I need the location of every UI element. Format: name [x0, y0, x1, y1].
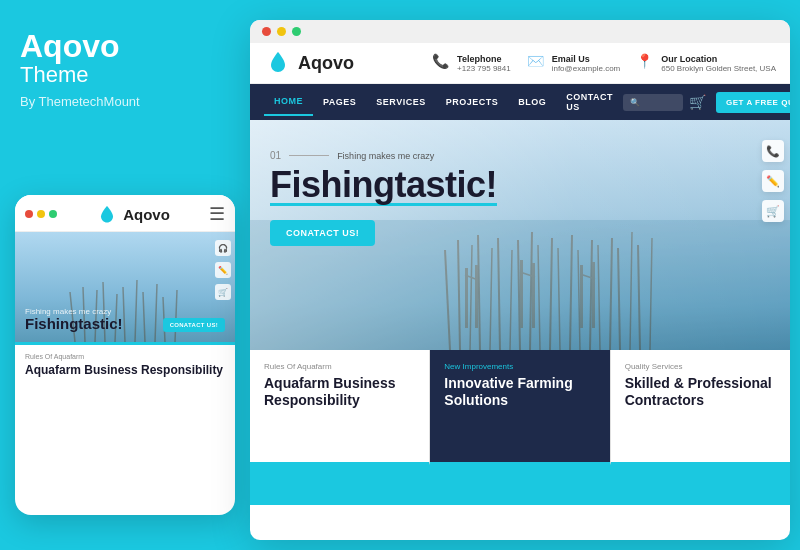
svg-line-7 [143, 292, 145, 342]
desktop-hero: 01 Fishing makes me crazy Fishingtastic!… [250, 120, 790, 350]
desktop-logo-icon [264, 49, 292, 77]
nav-cart-icon[interactable]: 🛒 [689, 94, 706, 110]
desktop-nav: HOME PAGES SERVICES PROJECTS BLOG CONTAC… [250, 84, 790, 120]
telephone-label: Telephone [457, 54, 511, 64]
hero-line-number: 01 [270, 150, 281, 161]
mobile-hero-cta[interactable]: CONATACT US! [163, 318, 225, 332]
mobile-hamburger-icon[interactable]: ☰ [209, 203, 225, 225]
mobile-hero-subtitle: Fishing makes me crazy [25, 307, 123, 316]
contact-email: ✉️ Email Us info@example.com [527, 53, 621, 73]
hero-content: 01 Fishing makes me crazy Fishingtastic!… [270, 150, 497, 246]
nav-cta-button[interactable]: GET A FREE QUOTES! [716, 92, 790, 113]
mobile-hero-text: Fishing makes me crazy Fishingtastic! [25, 307, 123, 333]
desktop-mockup: Aqovo 📞 Telephone +123 795 9841 ✉️ Email… [250, 20, 790, 540]
location-label: Our Location [661, 54, 776, 64]
brand-by: By ThemetechMount [20, 94, 225, 109]
card-1-title: Innovative Farming Solutions [444, 375, 595, 409]
mobile-card: Rules Of Aquafarm Aquafarm Business Resp… [15, 342, 235, 385]
desktop-dot-green [292, 27, 301, 36]
hero-title: Fishingtastic! [270, 167, 497, 206]
desktop-titlebar [250, 20, 790, 43]
hero-line-rule [289, 155, 329, 156]
svg-rect-34 [475, 265, 478, 328]
svg-line-6 [135, 280, 137, 342]
mobile-window-dots [25, 210, 57, 218]
mobile-hero: Fishing makes me crazy Fishingtastic! CO… [15, 232, 235, 342]
svg-rect-36 [520, 260, 523, 328]
email-icon: ✉️ [527, 53, 547, 73]
hero-title-text: Fishingtastic! [270, 167, 497, 206]
left-panel: Aqovo Theme By ThemetechMount Aqovo ☰ [0, 0, 245, 550]
nav-home[interactable]: HOME [264, 88, 313, 116]
mobile-edit-icon[interactable]: ✏️ [215, 262, 231, 278]
card-innovative: New Improvements Innovative Farming Solu… [430, 350, 610, 465]
email-label: Email Us [552, 54, 621, 64]
bottom-block [264, 465, 384, 505]
mobile-hero-title: Fishingtastic! [25, 316, 123, 333]
card-1-label: New Improvements [444, 362, 595, 371]
dot-red [25, 210, 33, 218]
mobile-logo-icon [96, 203, 118, 225]
hero-line: 01 Fishing makes me crazy [270, 150, 497, 161]
desktop-logo: Aqovo [264, 49, 354, 77]
mobile-topbar: Aqovo ☰ [15, 195, 235, 232]
mobile-card-label: Rules Of Aquafarm [25, 353, 225, 360]
card-0-label: Rules Of Aquafarm [264, 362, 415, 371]
mobile-logo-text: Aqovo [123, 206, 170, 223]
phone-icon: 📞 [432, 53, 452, 73]
svg-line-5 [123, 287, 125, 342]
mobile-logo: Aqovo [96, 203, 170, 225]
hero-edit-icon[interactable]: ✏️ [762, 170, 784, 192]
svg-line-8 [155, 284, 157, 342]
nav-projects[interactable]: PROJECTS [436, 89, 509, 115]
mobile-hero-icons: 🎧 ✏️ 🛒 [215, 240, 231, 300]
mobile-mockup: Aqovo ☰ Fishing makes me crazy [15, 195, 235, 515]
svg-rect-37 [532, 263, 535, 328]
hero-phone-icon[interactable]: 📞 [762, 140, 784, 162]
desktop-logo-text: Aqovo [298, 53, 354, 74]
contact-telephone: 📞 Telephone +123 795 9841 [432, 53, 511, 73]
nav-contact[interactable]: CONTACT US [556, 84, 623, 120]
email-value: info@example.com [552, 64, 621, 73]
nav-search-input[interactable] [623, 94, 683, 111]
mobile-headphone-icon[interactable]: 🎧 [215, 240, 231, 256]
desktop-header: Aqovo 📞 Telephone +123 795 9841 ✉️ Email… [250, 43, 790, 84]
location-value: 650 Broklyn Golden Street, USA [661, 64, 776, 73]
desktop-dot-red [262, 27, 271, 36]
hero-right-icons: 📞 ✏️ 🛒 [762, 140, 784, 222]
desktop-bottom-strip [250, 465, 790, 505]
desktop-dot-yellow [277, 27, 286, 36]
svg-line-10 [175, 290, 177, 342]
mobile-cart-icon[interactable]: 🛒 [215, 284, 231, 300]
svg-rect-33 [465, 268, 468, 328]
desktop-cards: Rules Of Aquafarm Aquafarm Business Resp… [250, 350, 790, 465]
hero-cta-button[interactable]: CONATACT US! [270, 220, 375, 246]
card-aquafarm: Rules Of Aquafarm Aquafarm Business Resp… [250, 350, 430, 465]
card-0-title: Aquafarm Business Responsibility [264, 375, 415, 409]
telephone-value: +123 795 9841 [457, 64, 511, 73]
hero-subtitle: Fishing makes me crazy [337, 151, 434, 161]
location-icon: 📍 [636, 53, 656, 73]
dot-green [49, 210, 57, 218]
nav-blog[interactable]: BLOG [508, 89, 556, 115]
nav-services[interactable]: SERVICES [366, 89, 435, 115]
nav-pages[interactable]: PAGES [313, 89, 366, 115]
card-contractors: Quality Services Skilled & Professional … [611, 350, 790, 465]
brand-name: Aqovo [20, 30, 225, 62]
hero-cart-icon[interactable]: 🛒 [762, 200, 784, 222]
card-2-label: Quality Services [625, 362, 776, 371]
brand-subtitle: Theme [20, 62, 225, 88]
svg-rect-40 [592, 262, 595, 328]
contact-location: 📍 Our Location 650 Broklyn Golden Street… [636, 53, 776, 73]
header-contacts: 📞 Telephone +123 795 9841 ✉️ Email Us in… [432, 53, 776, 73]
dot-yellow [37, 210, 45, 218]
card-2-title: Skilled & Professional Contractors [625, 375, 776, 409]
mobile-card-title: Aquafarm Business Responsibility [25, 363, 225, 377]
